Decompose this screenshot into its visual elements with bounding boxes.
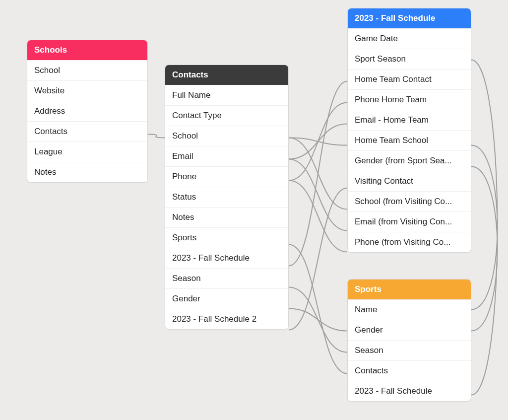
field-row[interactable]: Phone Home Team — [348, 89, 471, 110]
field-row[interactable]: Home Team Contact — [348, 69, 471, 89]
field-row[interactable]: Contact Type — [165, 105, 288, 126]
field-row[interactable]: School — [27, 60, 147, 80]
table-schools[interactable]: SchoolsSchoolWebsiteAddressContactsLeagu… — [27, 40, 148, 183]
table-contacts[interactable]: ContactsFull NameContact TypeSchoolEmail… — [165, 65, 289, 330]
relationship-connector — [289, 287, 347, 352]
relationship-connector — [148, 135, 165, 138]
table-sports[interactable]: SportsNameGenderSeasonContacts2023 - Fal… — [347, 279, 471, 402]
field-row[interactable]: Gender — [165, 288, 288, 309]
field-row[interactable]: Home Team School — [348, 130, 471, 150]
field-row[interactable]: League — [27, 141, 147, 162]
table-fall[interactable]: 2023 - Fall ScheduleGame DateSport Seaso… — [347, 8, 471, 253]
field-row[interactable]: Season — [165, 268, 288, 288]
field-row[interactable]: Contacts — [27, 121, 147, 141]
relationship-connector — [289, 124, 347, 159]
relationship-connector — [289, 81, 347, 266]
field-row[interactable]: 2023 - Fall Schedule — [165, 248, 288, 268]
field-row[interactable]: Website — [27, 80, 147, 101]
field-row[interactable]: Email (from Visiting Con... — [348, 211, 471, 232]
field-row[interactable]: Gender — [348, 320, 471, 340]
field-row[interactable]: Email - Home Team — [348, 110, 471, 130]
table-header-schools[interactable]: Schools — [27, 40, 147, 60]
field-row[interactable]: Contacts — [348, 360, 471, 381]
field-row[interactable]: Full Name — [165, 85, 288, 105]
field-row[interactable]: Game Date — [348, 28, 471, 49]
relationship-connector — [471, 167, 498, 331]
field-row[interactable]: Email — [165, 146, 288, 166]
field-row[interactable]: Gender (from Sport Sea... — [348, 150, 471, 171]
relationship-connector — [289, 245, 347, 374]
field-row[interactable]: Phone — [165, 166, 288, 187]
field-row[interactable]: Notes — [165, 207, 288, 227]
field-row[interactable]: 2023 - Fall Schedule — [348, 381, 471, 401]
relationship-connector — [289, 181, 347, 252]
field-row[interactable]: Name — [348, 299, 471, 320]
field-row[interactable]: Season — [348, 340, 471, 360]
schema-canvas[interactable]: { "tables": { "schools": { "title": "Sch… — [0, 0, 508, 420]
table-header-fall[interactable]: 2023 - Fall Schedule — [348, 8, 471, 28]
field-row[interactable]: Sport Season — [348, 49, 471, 69]
field-row[interactable]: Address — [27, 101, 147, 121]
relationship-connector — [289, 138, 347, 145]
field-row[interactable]: School — [165, 126, 288, 146]
table-header-contacts[interactable]: Contacts — [165, 65, 288, 85]
relationship-connector — [289, 188, 347, 330]
field-row[interactable]: Sports — [165, 227, 288, 248]
field-row[interactable]: Notes — [27, 162, 147, 182]
relationship-connector — [471, 145, 498, 310]
relationship-connector — [289, 103, 347, 181]
relationship-connector — [289, 138, 347, 210]
table-header-sports[interactable]: Sports — [348, 280, 471, 299]
relationship-connector — [289, 159, 347, 231]
relationship-connector — [289, 309, 347, 331]
field-row[interactable]: 2023 - Fall Schedule 2 — [165, 309, 288, 329]
field-row[interactable]: School (from Visiting Co... — [348, 191, 471, 211]
field-row[interactable]: Status — [165, 187, 288, 207]
field-row[interactable]: Phone (from Visiting Co... — [348, 232, 471, 252]
field-row[interactable]: Visiting Contact — [348, 171, 471, 191]
relationship-connector — [471, 60, 498, 395]
